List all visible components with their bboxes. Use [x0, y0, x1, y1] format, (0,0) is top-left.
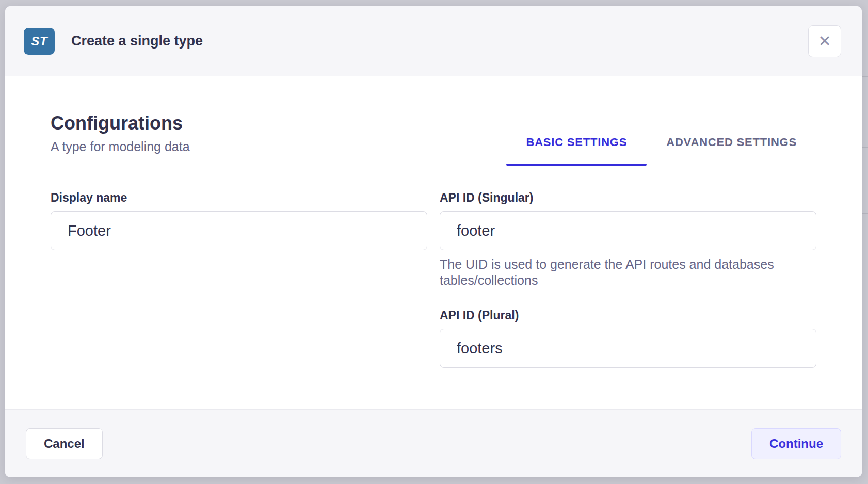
close-button[interactable]: ✕: [808, 25, 841, 57]
cancel-button[interactable]: Cancel: [26, 428, 103, 459]
form-column-right: API ID (Singular) The UID is used to gen…: [440, 191, 816, 368]
api-id-plural-input[interactable]: [440, 329, 816, 368]
close-icon: ✕: [818, 34, 831, 49]
backdrop-artifact-line: [861, 76, 868, 77]
continue-button[interactable]: Continue: [751, 428, 841, 459]
api-id-plural-label: API ID (Plural): [440, 309, 816, 322]
single-type-badge-icon: ST: [24, 28, 55, 55]
form-column-left: Display name: [51, 191, 427, 368]
modal-header: ST Create a single type ✕: [5, 6, 862, 76]
configuration-form: Display name API ID (Singular) The UID i…: [51, 191, 816, 368]
modal-footer: Cancel Continue: [5, 409, 862, 477]
modal-body: Configurations A type for modeling data …: [5, 76, 862, 409]
section-subtitle: A type for modeling data: [51, 139, 190, 154]
api-id-singular-hint: The UID is used to generate the API rout…: [440, 256, 816, 288]
section-titles: Configurations A type for modeling data: [51, 112, 190, 165]
api-id-singular-input[interactable]: [440, 211, 816, 250]
settings-tabs: BASIC SETTINGS ADVANCED SETTINGS: [506, 112, 816, 165]
api-id-singular-field-group: API ID (Singular) The UID is used to gen…: [440, 191, 816, 288]
backdrop-artifact-line: [861, 213, 868, 214]
section-head: Configurations A type for modeling data …: [51, 112, 816, 165]
tabs-divider: [51, 165, 816, 165]
tab-basic-settings[interactable]: BASIC SETTINGS: [506, 136, 647, 165]
create-single-type-modal: ST Create a single type ✕ Configurations…: [5, 6, 862, 477]
display-name-field-group: Display name: [51, 191, 427, 250]
api-id-plural-field-group: API ID (Plural): [440, 309, 816, 368]
display-name-label: Display name: [51, 191, 427, 205]
tab-advanced-settings[interactable]: ADVANCED SETTINGS: [647, 136, 816, 165]
modal-title: Create a single type: [71, 33, 203, 49]
api-id-singular-label: API ID (Singular): [440, 191, 816, 205]
section-title: Configurations: [51, 112, 190, 134]
backdrop-artifact-line: [861, 147, 868, 148]
display-name-input[interactable]: [51, 211, 427, 250]
